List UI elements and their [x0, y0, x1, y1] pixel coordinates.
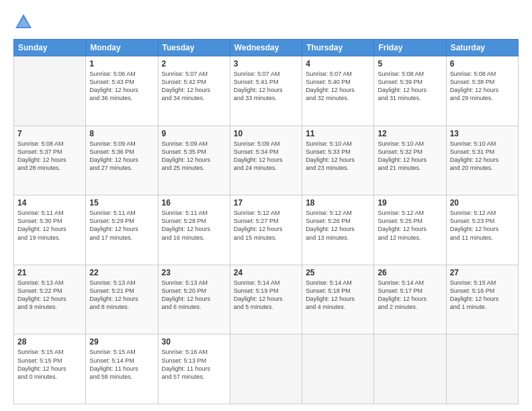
day-number: 13 [450, 129, 515, 138]
calendar-cell: 8Sunrise: 5:09 AM Sunset: 5:36 PM Daylig… [86, 126, 158, 195]
day-number: 14 [17, 198, 82, 208]
day-number: 15 [89, 198, 154, 208]
day-number: 12 [378, 129, 442, 138]
calendar: SundayMondayTuesdayWednesdayThursdayFrid… [13, 39, 519, 404]
day-info: Sunrise: 5:08 AM Sunset: 5:38 PM Dayligh… [450, 70, 515, 103]
calendar-cell: 18Sunrise: 5:12 AM Sunset: 5:26 PM Dayli… [302, 195, 374, 265]
day-info: Sunrise: 5:09 AM Sunset: 5:36 PM Dayligh… [89, 140, 154, 173]
calendar-cell [230, 334, 302, 404]
week-row-5: 28Sunrise: 5:15 AM Sunset: 5:15 PM Dayli… [14, 334, 519, 404]
weekday-header-tuesday: Tuesday [158, 40, 230, 56]
day-info: Sunrise: 5:12 AM Sunset: 5:27 PM Dayligh… [234, 209, 298, 242]
day-info: Sunrise: 5:13 AM Sunset: 5:21 PM Dayligh… [89, 279, 154, 312]
day-info: Sunrise: 5:06 AM Sunset: 5:43 PM Dayligh… [89, 70, 154, 103]
day-number: 23 [162, 268, 226, 277]
day-info: Sunrise: 5:07 AM Sunset: 5:42 PM Dayligh… [162, 70, 226, 103]
weekday-header-row: SundayMondayTuesdayWednesdayThursdayFrid… [14, 40, 519, 56]
calendar-cell: 29Sunrise: 5:15 AM Sunset: 5:14 PM Dayli… [86, 334, 158, 404]
day-number: 28 [17, 337, 82, 347]
day-number: 7 [17, 129, 82, 138]
day-info: Sunrise: 5:09 AM Sunset: 5:34 PM Dayligh… [234, 140, 298, 173]
calendar-cell: 30Sunrise: 5:16 AM Sunset: 5:13 PM Dayli… [158, 334, 230, 404]
day-info: Sunrise: 5:10 AM Sunset: 5:31 PM Dayligh… [450, 140, 515, 173]
weekday-header-saturday: Saturday [446, 40, 518, 56]
calendar-cell: 6Sunrise: 5:08 AM Sunset: 5:38 PM Daylig… [446, 56, 518, 126]
weekday-header-monday: Monday [86, 40, 158, 56]
day-info: Sunrise: 5:08 AM Sunset: 5:39 PM Dayligh… [378, 70, 442, 103]
calendar-cell: 4Sunrise: 5:07 AM Sunset: 5:40 PM Daylig… [302, 56, 374, 126]
day-number: 22 [89, 268, 154, 277]
page: SundayMondayTuesdayWednesdayThursdayFrid… [0, 0, 532, 411]
day-info: Sunrise: 5:10 AM Sunset: 5:32 PM Dayligh… [378, 140, 442, 173]
calendar-cell: 17Sunrise: 5:12 AM Sunset: 5:27 PM Dayli… [230, 195, 302, 265]
calendar-cell: 2Sunrise: 5:07 AM Sunset: 5:42 PM Daylig… [158, 56, 230, 126]
day-info: Sunrise: 5:07 AM Sunset: 5:41 PM Dayligh… [234, 70, 298, 103]
day-number: 2 [162, 59, 226, 68]
day-info: Sunrise: 5:12 AM Sunset: 5:23 PM Dayligh… [450, 209, 515, 242]
day-info: Sunrise: 5:13 AM Sunset: 5:20 PM Dayligh… [162, 279, 226, 312]
weekday-header-friday: Friday [374, 40, 446, 56]
week-row-2: 7Sunrise: 5:08 AM Sunset: 5:37 PM Daylig… [14, 126, 519, 195]
day-number: 10 [234, 129, 298, 138]
day-number: 9 [162, 129, 226, 138]
logo [13, 12, 35, 32]
calendar-cell: 24Sunrise: 5:14 AM Sunset: 5:19 PM Dayli… [230, 265, 302, 334]
calendar-cell: 13Sunrise: 5:10 AM Sunset: 5:31 PM Dayli… [446, 126, 518, 195]
day-info: Sunrise: 5:12 AM Sunset: 5:26 PM Dayligh… [306, 209, 370, 242]
day-info: Sunrise: 5:14 AM Sunset: 5:19 PM Dayligh… [234, 279, 298, 312]
calendar-cell: 20Sunrise: 5:12 AM Sunset: 5:23 PM Dayli… [446, 195, 518, 265]
calendar-cell: 3Sunrise: 5:07 AM Sunset: 5:41 PM Daylig… [230, 56, 302, 126]
calendar-cell: 26Sunrise: 5:14 AM Sunset: 5:17 PM Dayli… [374, 265, 446, 334]
weekday-header-thursday: Thursday [302, 40, 374, 56]
day-number: 5 [378, 59, 442, 68]
day-number: 25 [306, 268, 370, 277]
calendar-cell: 21Sunrise: 5:13 AM Sunset: 5:22 PM Dayli… [14, 265, 86, 334]
calendar-cell: 1Sunrise: 5:06 AM Sunset: 5:43 PM Daylig… [86, 56, 158, 126]
day-number: 21 [17, 268, 82, 277]
calendar-cell [374, 334, 446, 404]
calendar-cell: 27Sunrise: 5:15 AM Sunset: 5:16 PM Dayli… [446, 265, 518, 334]
weekday-header-sunday: Sunday [14, 40, 86, 56]
day-info: Sunrise: 5:15 AM Sunset: 5:14 PM Dayligh… [89, 348, 154, 381]
day-number: 1 [89, 59, 154, 68]
day-info: Sunrise: 5:16 AM Sunset: 5:13 PM Dayligh… [162, 348, 226, 381]
week-row-1: 1Sunrise: 5:06 AM Sunset: 5:43 PM Daylig… [14, 56, 519, 126]
day-info: Sunrise: 5:13 AM Sunset: 5:22 PM Dayligh… [17, 279, 82, 312]
day-info: Sunrise: 5:14 AM Sunset: 5:18 PM Dayligh… [306, 279, 370, 312]
day-info: Sunrise: 5:15 AM Sunset: 5:16 PM Dayligh… [450, 279, 515, 312]
weekday-header-wednesday: Wednesday [230, 40, 302, 56]
day-number: 18 [306, 198, 370, 208]
week-row-4: 21Sunrise: 5:13 AM Sunset: 5:22 PM Dayli… [14, 265, 519, 334]
calendar-cell: 14Sunrise: 5:11 AM Sunset: 5:30 PM Dayli… [14, 195, 86, 265]
day-number: 6 [450, 59, 515, 68]
day-number: 4 [306, 59, 370, 68]
calendar-cell: 28Sunrise: 5:15 AM Sunset: 5:15 PM Dayli… [14, 334, 86, 404]
day-info: Sunrise: 5:15 AM Sunset: 5:15 PM Dayligh… [17, 348, 82, 381]
day-number: 20 [450, 198, 515, 208]
calendar-cell [446, 334, 518, 404]
day-number: 26 [378, 268, 442, 277]
week-row-3: 14Sunrise: 5:11 AM Sunset: 5:30 PM Dayli… [14, 195, 519, 265]
day-info: Sunrise: 5:10 AM Sunset: 5:33 PM Dayligh… [306, 140, 370, 173]
day-number: 27 [450, 268, 515, 277]
day-number: 3 [234, 59, 298, 68]
day-info: Sunrise: 5:14 AM Sunset: 5:17 PM Dayligh… [378, 279, 442, 312]
calendar-cell: 23Sunrise: 5:13 AM Sunset: 5:20 PM Dayli… [158, 265, 230, 334]
calendar-cell: 22Sunrise: 5:13 AM Sunset: 5:21 PM Dayli… [86, 265, 158, 334]
calendar-cell: 5Sunrise: 5:08 AM Sunset: 5:39 PM Daylig… [374, 56, 446, 126]
day-number: 8 [89, 129, 154, 138]
calendar-cell [14, 56, 86, 126]
calendar-cell: 25Sunrise: 5:14 AM Sunset: 5:18 PM Dayli… [302, 265, 374, 334]
day-number: 19 [378, 198, 442, 208]
day-info: Sunrise: 5:07 AM Sunset: 5:40 PM Dayligh… [306, 70, 370, 103]
calendar-cell: 9Sunrise: 5:09 AM Sunset: 5:35 PM Daylig… [158, 126, 230, 195]
day-number: 24 [234, 268, 298, 277]
day-info: Sunrise: 5:09 AM Sunset: 5:35 PM Dayligh… [162, 140, 226, 173]
day-number: 17 [234, 198, 298, 208]
day-number: 11 [306, 129, 370, 138]
day-number: 16 [162, 198, 226, 208]
header [13, 12, 519, 32]
calendar-cell: 15Sunrise: 5:11 AM Sunset: 5:29 PM Dayli… [86, 195, 158, 265]
logo-icon [13, 12, 34, 32]
day-number: 29 [89, 337, 154, 347]
